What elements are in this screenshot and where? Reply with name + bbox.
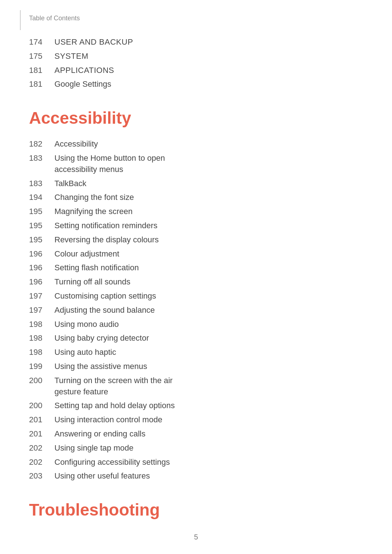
list-item: 183 Using the Home button to openaccessi… bbox=[29, 153, 363, 175]
page-number-181b: 181 bbox=[29, 79, 54, 90]
list-item: 195 Reversing the display colours bbox=[29, 234, 363, 246]
toc-label: Table of Contents bbox=[29, 15, 363, 22]
entry-user-backup: USER AND BACKUP bbox=[54, 37, 133, 48]
list-item: 195 Setting notification reminders bbox=[29, 220, 363, 231]
list-item: 196 Colour adjustment bbox=[29, 249, 363, 260]
footer-page-number: 5 bbox=[194, 533, 198, 541]
list-item: 200 Turning on the screen with the airge… bbox=[29, 375, 363, 398]
list-item: 196 Turning off all sounds bbox=[29, 276, 363, 288]
page-number-174: 174 bbox=[29, 37, 54, 48]
list-item: 195 Magnifying the screen bbox=[29, 206, 363, 217]
list-item: 181 Google Settings bbox=[29, 79, 363, 90]
left-border-decoration bbox=[20, 10, 21, 30]
list-item: 174 USER AND BACKUP bbox=[29, 37, 363, 48]
page-number-181a: 181 bbox=[29, 65, 54, 76]
list-item: 201 Answering or ending calls bbox=[29, 428, 363, 440]
accessibility-entries-section: 182 Accessibility 183 Using the Home but… bbox=[29, 139, 363, 482]
list-item: 200 Setting tap and hold delay options bbox=[29, 400, 363, 411]
list-item: 197 Adjusting the sound balance bbox=[29, 305, 363, 316]
entry-google-settings: Google Settings bbox=[54, 79, 111, 90]
list-item: 199 Using the assistive menus bbox=[29, 361, 363, 372]
list-item: 181 APPLICATIONS bbox=[29, 65, 363, 76]
troubleshooting-section-title: Troubleshooting bbox=[29, 500, 363, 520]
list-item: 197 Customising caption settings bbox=[29, 291, 363, 302]
list-item: 202 Configuring accessibility settings bbox=[29, 457, 363, 468]
list-item: 196 Setting flash notification bbox=[29, 262, 363, 274]
list-item: 201 Using interaction control mode bbox=[29, 414, 363, 426]
entry-system: SYSTEM bbox=[54, 51, 88, 62]
list-item: 198 Using auto haptic bbox=[29, 347, 363, 358]
list-item: 198 Using mono audio bbox=[29, 319, 363, 330]
list-item: 183 TalkBack bbox=[29, 178, 363, 189]
list-item: 194 Changing the font size bbox=[29, 192, 363, 203]
list-item: 198 Using baby crying detector bbox=[29, 333, 363, 344]
list-item: 202 Using single tap mode bbox=[29, 443, 363, 454]
top-entries-section: 174 USER AND BACKUP 175 SYSTEM 181 APPLI… bbox=[29, 37, 363, 90]
list-item: 175 SYSTEM bbox=[29, 51, 363, 62]
list-item: 203 Using other useful features bbox=[29, 471, 363, 482]
accessibility-section-title: Accessibility bbox=[29, 108, 363, 128]
list-item: 182 Accessibility bbox=[29, 139, 363, 150]
entry-applications: APPLICATIONS bbox=[54, 65, 114, 76]
page-number-175: 175 bbox=[29, 51, 54, 62]
